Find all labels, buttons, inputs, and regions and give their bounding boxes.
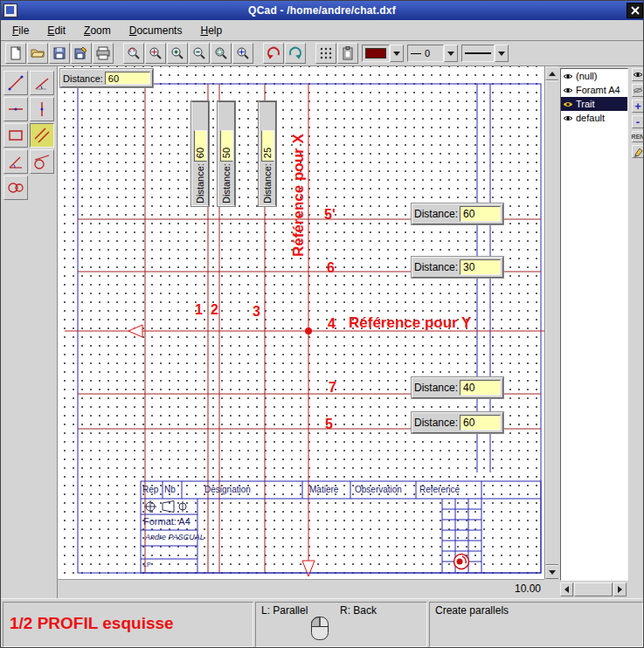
zoom-in-button[interactable]	[167, 43, 188, 64]
statusbar-coordinates-panel: 1/2 PROFIL esquisse	[3, 602, 253, 647]
distance-input[interactable]: 25	[261, 130, 274, 162]
menu-file[interactable]: File	[12, 24, 29, 37]
grid-toggle-button[interactable]	[315, 43, 336, 64]
grid-spacing-value: 10.00	[515, 583, 541, 595]
width-select-arrow[interactable]	[444, 45, 458, 62]
layer-item-format-a4[interactable]: Foramt A4	[561, 83, 627, 97]
menu-documents[interactable]: Documents	[129, 24, 183, 37]
grid-spacing-strip: 10.00	[58, 579, 544, 598]
title-block-header: Reference	[419, 485, 460, 494]
zoom-pan-icon	[235, 45, 251, 61]
eye-open-icon	[633, 71, 643, 79]
distance-input[interactable]: 60	[194, 130, 207, 162]
edit-layer-button[interactable]	[632, 145, 644, 158]
color-select-arrow[interactable]	[390, 45, 404, 62]
rename-layer-button[interactable]: REN	[632, 131, 644, 142]
chevron-down-icon	[393, 52, 400, 56]
open-file-button[interactable]	[27, 43, 48, 64]
zoom-out-button[interactable]	[189, 43, 210, 64]
zoom-out-icon	[191, 45, 207, 61]
tool-line-angle[interactable]	[30, 71, 54, 95]
zoom-pan-button[interactable]	[232, 43, 253, 64]
zoom-window-button[interactable]	[211, 43, 232, 64]
layer-item-null[interactable]: (null)	[561, 69, 627, 83]
scroll-down-button[interactable]	[545, 565, 559, 579]
bisector-icon	[6, 152, 25, 171]
linetype-solid-sample	[465, 52, 491, 54]
annotation-number: 5'	[324, 207, 336, 223]
show-all-layers-button[interactable]	[632, 68, 644, 81]
open-folder-icon	[30, 45, 45, 61]
layer-label: Foramt A4	[576, 85, 620, 95]
tool-tangent[interactable]	[30, 149, 54, 174]
title-block-header: Nb	[164, 485, 176, 494]
close-icon	[631, 6, 640, 15]
menu-zoom[interactable]: Zoom	[84, 24, 111, 37]
drawing-canvas[interactable]: Distance: 60 Distance: 60 Distance: 50 D…	[58, 66, 544, 579]
add-layer-button[interactable]: +	[632, 100, 644, 113]
menu-help[interactable]: Help	[200, 24, 222, 37]
tool-line-two-points[interactable]	[3, 71, 28, 95]
vertical-scroll-thumb[interactable]	[545, 80, 559, 565]
layer-horizontal-scrollbar[interactable]	[560, 583, 627, 596]
tool-rectangle[interactable]	[3, 123, 28, 148]
paste-button[interactable]	[337, 43, 358, 64]
canvas-vertical-scrollbar[interactable]	[544, 66, 558, 579]
layer-label: (null)	[576, 71, 597, 81]
zoom-redraw-button[interactable]	[123, 43, 144, 64]
distance-input[interactable]: 60	[460, 206, 501, 222]
distance-widget-2: Distance: 30	[412, 257, 503, 278]
distance-input[interactable]: 60	[105, 72, 150, 85]
menubar: File Edit Zoom Documents Help	[1, 20, 644, 41]
tool-parallel[interactable]	[30, 123, 54, 148]
print-icon	[95, 45, 111, 61]
remove-layer-button[interactable]: -	[632, 115, 644, 128]
title-block-header: Designation	[204, 485, 251, 494]
tool-circles[interactable]	[3, 176, 28, 200]
menu-edit[interactable]: Edit	[47, 24, 66, 37]
vertical-line-icon	[32, 100, 52, 119]
tool-line-horizontal[interactable]	[3, 97, 28, 121]
title-block-note: LP	[143, 562, 151, 568]
mouse-icon	[310, 616, 329, 645]
horizontal-scroll-thumb[interactable]	[574, 583, 613, 596]
tool-bisector[interactable]	[3, 149, 28, 174]
layer-item-default[interactable]: default	[561, 111, 627, 125]
color-select[interactable]	[362, 45, 404, 62]
qcad-window: QCad - /home/andre/chat.dxf File Edit Zo…	[0, 0, 644, 648]
zoom-auto-button[interactable]	[145, 43, 166, 64]
scroll-right-button[interactable]	[613, 583, 627, 596]
print-button[interactable]	[93, 43, 114, 64]
scroll-up-button[interactable]	[545, 66, 559, 80]
annotation-number: 2	[211, 302, 218, 318]
distance-input[interactable]: 50	[220, 130, 233, 162]
linetype-select[interactable]	[461, 45, 509, 62]
arrow-left-icon	[564, 586, 569, 593]
eye-icon	[563, 72, 573, 80]
distance-input[interactable]: 40	[460, 380, 501, 396]
distance-input[interactable]: 30	[460, 259, 501, 275]
hide-all-layers-button[interactable]	[632, 84, 644, 97]
zoom-auto-icon	[148, 45, 163, 61]
zoom-in-icon	[170, 45, 185, 61]
window-menu-icon[interactable]	[3, 3, 17, 17]
new-file-button[interactable]	[5, 43, 26, 64]
redo-button[interactable]	[285, 43, 306, 64]
titlebar[interactable]: QCad - /home/andre/chat.dxf	[1, 1, 644, 20]
distance-input[interactable]: 60	[460, 415, 501, 431]
scroll-left-button[interactable]	[560, 583, 573, 596]
width-select[interactable]: 0	[407, 45, 458, 62]
annotation-number: 5	[325, 417, 333, 432]
layer-label: Trait	[576, 99, 595, 109]
tool-line-vertical[interactable]	[30, 97, 54, 121]
title-block-header: Matiere	[309, 485, 338, 494]
annotation-number: 3	[253, 304, 260, 320]
layer-item-trait[interactable]: Trait	[561, 97, 627, 111]
save-as-button[interactable]	[71, 43, 92, 64]
save-file-button[interactable]	[49, 43, 70, 64]
distance-label: Distance:	[221, 163, 232, 203]
undo-button[interactable]	[263, 43, 284, 64]
close-button[interactable]	[627, 3, 643, 18]
line-angle-icon	[32, 73, 52, 93]
linetype-select-arrow[interactable]	[495, 45, 509, 62]
